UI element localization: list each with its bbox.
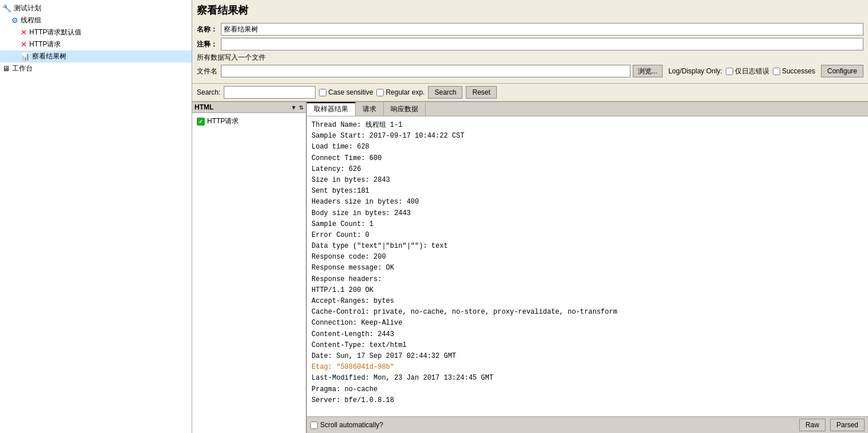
panel-header-label: HTML: [194, 103, 289, 111]
sidebar-item-result-tree[interactable]: 📊 察看结果树: [0, 50, 192, 63]
result-line: Connection: Keep-Alive: [312, 318, 863, 329]
list-item[interactable]: ✓ HTTP请求: [194, 115, 303, 127]
x-icon2: ✕: [21, 40, 27, 49]
result-line: Headers size in bytes: 400: [312, 197, 863, 208]
result-line: Content-Length: 2443: [312, 329, 863, 340]
panel-sort-arrow[interactable]: ⇅: [299, 104, 303, 111]
x-icon: ✕: [21, 28, 27, 37]
sidebar-item-http-defaults[interactable]: ✕ HTTP请求默认值: [0, 26, 192, 38]
raw-button[interactable]: Raw: [799, 419, 826, 431]
name-label: 名称：: [197, 25, 217, 34]
result-line: Thread Name: 线程组 1-1: [312, 120, 863, 131]
result-line: Sent bytes:181: [312, 186, 863, 197]
result-line: Error Count: 0: [312, 230, 863, 241]
tabs-row: 取样器结果 请求 响应数据: [307, 102, 868, 116]
result-line: Sample Count: 1: [312, 219, 863, 230]
result-line: Response headers:: [312, 274, 863, 285]
sidebar-item-test-plan[interactable]: 🔧 测试计划: [0, 2, 192, 14]
result-line: Accept-Ranges: bytes: [312, 296, 863, 307]
result-line: Response code: 200: [312, 252, 863, 263]
file-section-title: 所有数据写入一个文件: [197, 53, 863, 63]
log-display-label: Log/Display Only:: [668, 67, 722, 75]
wrench-icon: 🔧: [2, 4, 11, 13]
comment-label: 注释：: [197, 40, 217, 49]
parsed-button[interactable]: Parsed: [830, 419, 865, 431]
page-title: 察看结果树: [192, 0, 868, 19]
result-line: Connect Time: 600: [312, 153, 863, 164]
regular-exp-checkbox[interactable]: [376, 89, 384, 96]
file-input[interactable]: [221, 65, 630, 77]
scroll-automatically-checkbox[interactable]: [310, 422, 318, 429]
case-sensitive-label[interactable]: Case sensitive: [319, 88, 373, 96]
sidebar: 🔧 测试计划 ⚙ 线程组 ✕ HTTP请求默认值 ✕ HTTP请求 📊 察看结果…: [0, 0, 192, 433]
result-line: Size in bytes: 2843: [312, 175, 863, 186]
search-button[interactable]: Search: [428, 86, 462, 99]
main-panel: 察看结果树 名称： 注释： 所有数据写入一个文件 文件名 浏览... Log/D…: [192, 0, 868, 433]
regular-exp-label[interactable]: Regular exp.: [376, 88, 425, 96]
content-area: Thread Name: 线程组 1-1Sample Start: 2017-0…: [307, 116, 868, 416]
result-line: Etag: "5886041d-98b": [312, 362, 863, 373]
browse-button[interactable]: 浏览...: [633, 65, 663, 77]
scroll-automatically-label[interactable]: Scroll automatically?: [310, 421, 383, 429]
log-errors-checkbox[interactable]: [726, 68, 733, 75]
name-input[interactable]: [221, 23, 863, 36]
panel-content: ✓ HTTP请求: [192, 113, 306, 433]
bottom-bar: Scroll automatically? Raw Parsed: [307, 416, 868, 433]
panel-header: HTML ▼ ⇅: [192, 102, 306, 113]
successes-label[interactable]: Successes: [773, 67, 815, 75]
left-panel: HTML ▼ ⇅ ✓ HTTP请求: [192, 102, 307, 433]
result-line: Load time: 628: [312, 142, 863, 153]
result-line: Data type ("text"|"bin"|""): text: [312, 241, 863, 252]
split-area: HTML ▼ ⇅ ✓ HTTP请求 取样器结果 请求: [192, 102, 868, 433]
result-line: Body size in bytes: 2443: [312, 208, 863, 219]
result-line: Cache-Control: private, no-cache, no-sto…: [312, 307, 863, 318]
tab-sampler-result[interactable]: 取样器结果: [307, 102, 356, 116]
sidebar-item-workbench[interactable]: 🖥 工作台: [0, 63, 192, 75]
green-shield-icon: ✓: [197, 118, 205, 126]
file-row: 文件名 浏览... Log/Display Only: 仅日志错误 Succes…: [197, 65, 863, 77]
result-line: Pragma: no-cache: [312, 384, 863, 395]
configure-button[interactable]: Configure: [821, 65, 863, 77]
search-row: Search: Case sensitive Regular exp. Sear…: [192, 84, 868, 102]
comment-row: 注释：: [197, 38, 863, 50]
result-line: Content-Type: text/html: [312, 340, 863, 351]
result-line: Last-Modified: Mon, 23 Jan 2017 13:24:45…: [312, 373, 863, 384]
sidebar-item-http-request[interactable]: ✕ HTTP请求: [0, 38, 192, 50]
result-line: Sample Start: 2017-09-17 10:44:22 CST: [312, 131, 863, 142]
top-form: 名称： 注释： 所有数据写入一个文件 文件名 浏览... Log/Display…: [192, 19, 868, 84]
sidebar-item-thread-group[interactable]: ⚙ 线程组: [0, 14, 192, 26]
gear-icon: ⚙: [11, 16, 18, 25]
search-label: Search:: [197, 88, 220, 96]
case-sensitive-checkbox[interactable]: [319, 89, 326, 96]
search-input[interactable]: [224, 86, 316, 99]
monitor-icon: 🖥: [2, 64, 10, 73]
log-errors-label[interactable]: 仅日志错误: [726, 67, 769, 76]
tab-request[interactable]: 请求: [356, 102, 384, 116]
chart-icon: 📊: [21, 52, 30, 61]
result-line: Date: Sun, 17 Sep 2017 02:44:32 GMT: [312, 351, 863, 362]
successes-checkbox[interactable]: [773, 68, 780, 75]
result-line: HTTP/1.1 200 OK: [312, 285, 863, 296]
file-label: 文件名: [197, 67, 217, 76]
reset-button[interactable]: Reset: [466, 86, 496, 99]
comment-input[interactable]: [221, 38, 863, 50]
result-line: Response message: OK: [312, 263, 863, 274]
tab-response-data[interactable]: 响应数据: [384, 102, 426, 116]
panel-collapse-arrow[interactable]: ▼: [291, 104, 297, 111]
result-line: Latency: 626: [312, 164, 863, 175]
right-panel: 取样器结果 请求 响应数据 Thread Name: 线程组 1-1Sample…: [307, 102, 868, 433]
result-line: Server: bfe/1.0.8.18: [312, 395, 863, 406]
name-row: 名称：: [197, 23, 863, 36]
